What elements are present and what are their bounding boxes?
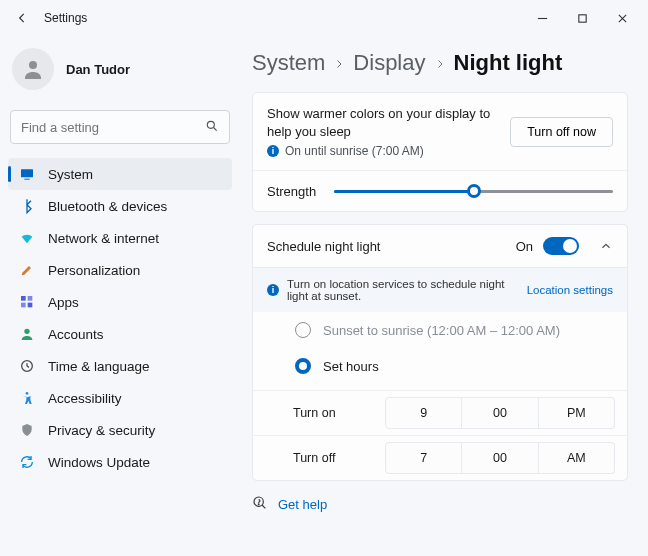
location-banner: i Turn on location services to schedule …: [253, 267, 627, 312]
breadcrumb: System Display Night light: [252, 50, 628, 76]
main-content: System Display Night light Show warmer c…: [240, 36, 648, 556]
nav-time-language[interactable]: Time & language: [8, 350, 232, 382]
chevron-right-icon: [333, 50, 345, 76]
shield-icon: [18, 421, 36, 439]
minimize-button[interactable]: [522, 4, 562, 32]
svg-point-3: [207, 121, 214, 128]
user-name: Dan Tudor: [66, 62, 130, 77]
nav-accessibility[interactable]: Accessibility: [8, 382, 232, 414]
hour-cell[interactable]: 7: [385, 442, 462, 474]
ampm-cell[interactable]: AM: [539, 442, 615, 474]
nav-accounts[interactable]: Accounts: [8, 318, 232, 350]
avatar: [12, 48, 54, 90]
nav-label: Privacy & security: [48, 423, 155, 438]
close-button[interactable]: [602, 4, 642, 32]
breadcrumb-system[interactable]: System: [252, 50, 325, 76]
radio-sunset-label: Sunset to sunrise (12:00 AM – 12:00 AM): [323, 323, 560, 338]
svg-rect-1: [578, 14, 585, 21]
clock-icon: [18, 357, 36, 375]
nav-label: Accounts: [48, 327, 104, 342]
radio-set-hours-label: Set hours: [323, 359, 379, 374]
schedule-card: Schedule night light On i Turn on locati…: [252, 224, 628, 481]
radio-sunset[interactable]: Sunset to sunrise (12:00 AM – 12:00 AM): [253, 312, 627, 348]
apps-icon: [18, 293, 36, 311]
bluetooth-icon: [18, 197, 36, 215]
title-bar: Settings: [0, 0, 648, 36]
window-title: Settings: [44, 11, 87, 25]
maximize-button[interactable]: [562, 4, 602, 32]
update-icon: [18, 453, 36, 471]
svg-point-11: [24, 329, 29, 334]
svg-point-2: [29, 61, 37, 69]
back-button[interactable]: [10, 6, 34, 30]
schedule-toggle[interactable]: [543, 237, 579, 255]
minute-cell[interactable]: 00: [462, 397, 538, 429]
breadcrumb-current: Night light: [454, 50, 563, 76]
system-icon: [18, 165, 36, 183]
nav-list: System Bluetooth & devices Network & int…: [8, 158, 232, 478]
wifi-icon: [18, 229, 36, 247]
accessibility-icon: [18, 389, 36, 407]
hour-cell[interactable]: 9: [385, 397, 462, 429]
turn-on-label: Turn on: [253, 394, 373, 432]
nav-label: Bluetooth & devices: [48, 199, 167, 214]
svg-point-13: [26, 392, 29, 395]
strength-slider[interactable]: [334, 183, 613, 199]
schedule-header[interactable]: Schedule night light On: [253, 225, 627, 267]
nav-label: Time & language: [48, 359, 150, 374]
svg-rect-6: [24, 179, 29, 180]
svg-rect-7: [21, 296, 26, 301]
nav-label: Apps: [48, 295, 79, 310]
intro-description: Show warmer colors on your display to he…: [267, 105, 500, 140]
nav-label: System: [48, 167, 93, 182]
turn-off-picker[interactable]: 7 00 AM: [373, 436, 627, 480]
chevron-up-icon: [599, 239, 613, 253]
info-icon: i: [267, 145, 279, 157]
get-help-link[interactable]: Get help: [252, 495, 628, 514]
turn-off-row: Turn off 7 00 AM: [253, 435, 627, 480]
status-text: On until sunrise (7:00 AM): [285, 144, 424, 158]
nav-privacy[interactable]: Privacy & security: [8, 414, 232, 446]
person-icon: [18, 325, 36, 343]
intro-card: Show warmer colors on your display to he…: [252, 92, 628, 212]
nav-personalization[interactable]: Personalization: [8, 254, 232, 286]
nav-label: Windows Update: [48, 455, 150, 470]
turn-on-picker[interactable]: 9 00 PM: [373, 391, 627, 435]
svg-rect-10: [28, 303, 33, 308]
user-profile[interactable]: Dan Tudor: [8, 44, 232, 104]
nav-apps[interactable]: Apps: [8, 286, 232, 318]
chevron-right-icon: [434, 50, 446, 76]
svg-rect-5: [21, 169, 33, 177]
minute-cell[interactable]: 00: [462, 442, 538, 474]
strength-label: Strength: [267, 184, 316, 199]
search-box[interactable]: [10, 110, 230, 144]
banner-message: Turn on location services to schedule ni…: [287, 278, 519, 302]
search-icon: [205, 119, 219, 136]
svg-point-15: [258, 504, 259, 505]
location-settings-link[interactable]: Location settings: [527, 284, 613, 296]
nav-system[interactable]: System: [8, 158, 232, 190]
status-line: i On until sunrise (7:00 AM): [267, 144, 500, 158]
turn-on-row: Turn on 9 00 PM: [253, 391, 627, 435]
breadcrumb-display[interactable]: Display: [353, 50, 425, 76]
help-icon: [252, 495, 268, 514]
nav-label: Personalization: [48, 263, 140, 278]
nav-bluetooth[interactable]: Bluetooth & devices: [8, 190, 232, 222]
toggle-state: On: [516, 239, 533, 254]
turn-off-now-button[interactable]: Turn off now: [510, 117, 613, 147]
turn-off-label: Turn off: [253, 439, 373, 477]
nav-network[interactable]: Network & internet: [8, 222, 232, 254]
radio-unchecked-icon: [295, 322, 311, 338]
radio-checked-icon: [295, 358, 311, 374]
nav-update[interactable]: Windows Update: [8, 446, 232, 478]
search-input[interactable]: [21, 120, 205, 135]
svg-line-4: [214, 127, 217, 130]
ampm-cell[interactable]: PM: [539, 397, 615, 429]
nav-label: Network & internet: [48, 231, 159, 246]
radio-set-hours[interactable]: Set hours: [253, 348, 627, 390]
sidebar: Dan Tudor System Bluetooth & devices Net…: [0, 36, 240, 556]
brush-icon: [18, 261, 36, 279]
get-help-label: Get help: [278, 497, 327, 512]
nav-label: Accessibility: [48, 391, 122, 406]
info-icon: i: [267, 284, 279, 296]
